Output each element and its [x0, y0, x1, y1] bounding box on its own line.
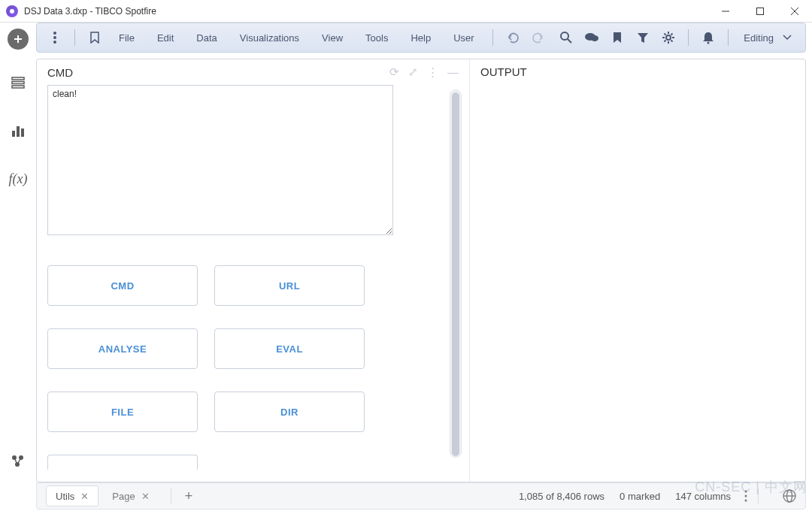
svg-point-19: [53, 41, 56, 44]
svg-line-29: [665, 34, 666, 35]
menu-visualizations[interactable]: Visualizations: [229, 23, 310, 52]
panel-close-icon[interactable]: —: [447, 65, 459, 79]
svg-point-18: [53, 36, 56, 39]
svg-point-23: [591, 35, 598, 41]
filter-icon[interactable]: [631, 26, 655, 50]
svg-line-32: [671, 34, 673, 35]
menu-edit[interactable]: Edit: [147, 23, 184, 52]
panel-action-icon[interactable]: ⟳: [389, 65, 399, 79]
menu-data[interactable]: Data: [186, 23, 227, 52]
mode-selector[interactable]: Editing: [736, 23, 799, 52]
svg-point-36: [745, 500, 747, 502]
status-separator: [758, 488, 759, 503]
window-title: DSJ Data 3.dxp - TIBCO Spotfire: [24, 6, 708, 17]
menu-view[interactable]: View: [311, 23, 353, 52]
svg-point-33: [707, 42, 710, 44]
svg-point-35: [745, 495, 747, 497]
menu-help[interactable]: Help: [400, 23, 441, 52]
panel-action-icon[interactable]: ⤢: [408, 65, 418, 79]
page-tabs: Utils ✕ Page ✕ +: [46, 485, 198, 506]
chevron-down-icon: [783, 35, 792, 41]
panel-toolbar: ⟳ ⤢ ⋮ —: [389, 65, 459, 79]
fx-function-icon[interactable]: f(x): [3, 164, 33, 194]
toolbar-separator: [728, 29, 729, 46]
tab-label: Utils: [56, 491, 74, 502]
tab-separator: [171, 488, 171, 503]
window-title-bar: DSJ Data 3.dxp - TIBCO Spotfire: [0, 0, 812, 23]
cmd-button[interactable]: CMD: [47, 265, 198, 306]
svg-rect-7: [12, 82, 24, 84]
add-tab-button[interactable]: +: [179, 488, 199, 504]
panel-action-icon[interactable]: ⋮: [427, 65, 438, 79]
analyse-button[interactable]: ANALYSE: [47, 328, 198, 369]
globe-icon[interactable]: [783, 489, 796, 503]
content-area: CMD ⟳ ⤢ ⋮ — CMD URL ANALYSE EVAL: [36, 59, 806, 482]
svg-line-30: [671, 41, 673, 42]
output-panel-title: OUTPUT: [480, 65, 527, 78]
svg-rect-10: [17, 126, 20, 137]
bookmark-icon[interactable]: [83, 26, 107, 50]
toolbar-separator: [492, 29, 493, 46]
partial-button[interactable]: [47, 455, 198, 470]
menu-tools[interactable]: Tools: [355, 23, 398, 52]
window-controls: [708, 0, 812, 23]
gear-icon[interactable]: [656, 26, 680, 50]
status-marked: 0 marked: [620, 491, 660, 502]
undo-icon[interactable]: [501, 26, 525, 50]
close-icon[interactable]: ✕: [141, 491, 150, 502]
svg-line-31: [665, 41, 666, 42]
status-bar: Utils ✕ Page ✕ + 1,085 of 8,406 rows 0 m…: [36, 482, 806, 509]
svg-rect-11: [21, 128, 24, 137]
scrollbar[interactable]: [450, 89, 462, 458]
close-icon[interactable]: ✕: [80, 491, 89, 502]
dir-button[interactable]: DIR: [214, 392, 365, 432]
status-rows: 1,085 of 8,406 rows: [519, 491, 604, 502]
svg-point-34: [745, 491, 747, 493]
window-close-button[interactable]: [777, 0, 812, 23]
cmd-panel: CMD ⟳ ⤢ ⋮ — CMD URL ANALYSE EVAL: [37, 59, 470, 482]
mode-label: Editing: [744, 32, 774, 44]
file-button[interactable]: FILE: [47, 392, 198, 432]
svg-line-21: [568, 39, 571, 43]
toolbar-separator: [74, 29, 75, 46]
menu-user[interactable]: User: [443, 23, 484, 52]
more-menu-icon[interactable]: [43, 26, 67, 50]
svg-rect-1: [757, 8, 764, 14]
bell-icon[interactable]: [696, 26, 720, 50]
cmd-panel-header: CMD ⟳ ⤢ ⋮ —: [37, 59, 469, 85]
menu-file[interactable]: File: [108, 23, 145, 52]
eval-button[interactable]: EVAL: [214, 328, 365, 369]
output-panel-header: OUTPUT: [470, 59, 805, 84]
left-rail: f(x): [0, 23, 36, 514]
toolbar-separator: [688, 29, 689, 46]
add-visualization-button[interactable]: [8, 29, 29, 50]
window-minimize-button[interactable]: [708, 0, 743, 23]
bookmark-icon[interactable]: [605, 26, 629, 50]
more-icon[interactable]: [744, 490, 747, 502]
action-button-grid: CMD URL ANALYSE EVAL FILE DIR: [37, 235, 469, 480]
search-icon[interactable]: [554, 26, 578, 50]
window-maximize-button[interactable]: [743, 0, 777, 23]
pin-icon[interactable]: [3, 446, 33, 476]
tab-utils[interactable]: Utils ✕: [46, 485, 98, 506]
redo-icon[interactable]: [526, 26, 550, 50]
cmd-input[interactable]: [47, 85, 393, 235]
svg-rect-9: [12, 131, 15, 137]
svg-point-17: [53, 32, 56, 35]
main-toolbar: File Edit Data Visualizations View Tools…: [36, 23, 806, 53]
cmd-panel-title: CMD: [47, 66, 73, 79]
url-button[interactable]: URL: [214, 265, 365, 306]
svg-rect-6: [12, 77, 24, 80]
svg-rect-8: [12, 86, 24, 88]
svg-point-24: [666, 35, 671, 40]
svg-point-20: [561, 32, 568, 40]
status-columns: 147 columns: [675, 491, 731, 502]
tab-label: Page: [112, 491, 135, 502]
comment-icon[interactable]: [580, 26, 604, 50]
data-panel-icon[interactable]: [3, 68, 33, 98]
tab-page[interactable]: Page ✕: [103, 485, 158, 506]
output-panel: OUTPUT: [470, 59, 805, 482]
app-icon: [6, 5, 18, 17]
bar-chart-icon[interactable]: [3, 116, 33, 146]
